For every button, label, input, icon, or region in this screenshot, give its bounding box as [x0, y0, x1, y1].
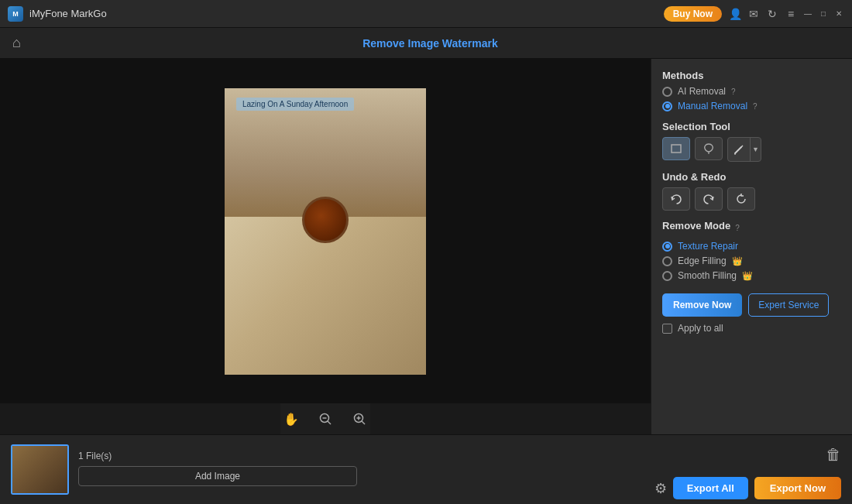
main-area: Lazing On A Sunday Afternoon ✋ — [0, 59, 852, 434]
manual-removal-option[interactable]: Manual Removal ? — [662, 101, 841, 111]
edge-filling-label: Edge Filling — [678, 255, 727, 266]
smooth-filling-crown-icon: 👑 — [742, 271, 753, 281]
file-count-label: 1 File(s) — [78, 451, 357, 461]
methods-section: Methods AI Removal ? Manual Removal ? — [662, 70, 841, 111]
canvas-wrapper[interactable]: Lazing On A Sunday Afternoon — [0, 59, 651, 403]
action-buttons-group: Remove Now Expert Service — [662, 293, 841, 317]
smooth-filling-radio[interactable] — [662, 271, 672, 281]
menu-icon[interactable]: ≡ — [784, 7, 798, 21]
user-icon[interactable]: 👤 — [728, 7, 742, 21]
action-buttons-section: Remove Now Expert Service Apply to all — [662, 290, 841, 334]
buy-now-button[interactable]: Buy Now — [664, 6, 722, 22]
lasso-select-button[interactable] — [695, 137, 723, 160]
edge-filling-crown-icon: 👑 — [732, 256, 743, 266]
lasso-select-icon — [703, 142, 715, 155]
brush-select-button[interactable]: ▼ — [727, 137, 761, 162]
expert-service-button[interactable]: Expert Service — [748, 293, 829, 317]
texture-repair-label: Texture Repair — [678, 241, 738, 252]
apply-to-all-row[interactable]: Apply to all — [662, 323, 841, 334]
undo-icon — [670, 193, 682, 205]
manual-removal-help-icon[interactable]: ? — [753, 102, 758, 111]
texture-repair-radio[interactable] — [662, 242, 672, 252]
header: ⌂ Remove Image Watermark — [0, 28, 852, 59]
add-image-button[interactable]: Add Image — [78, 466, 357, 486]
undo-redo-title: Undo & Redo — [662, 171, 841, 183]
hand-tool-button[interactable]: ✋ — [280, 408, 302, 430]
canvas-toolbar: ✋ — [280, 403, 370, 434]
refresh-button[interactable] — [727, 187, 755, 211]
brush-dropdown-arrow[interactable]: ▼ — [750, 138, 761, 161]
remove-mode-help-icon[interactable]: ? — [735, 224, 740, 232]
zoom-out-button[interactable] — [314, 408, 336, 430]
selection-tool-section: Selection Tool — [662, 121, 841, 162]
remove-mode-title: Remove Mode — [662, 220, 730, 231]
app-name: iMyFone MarkGo — [29, 8, 658, 19]
svg-line-6 — [362, 421, 365, 424]
rectangle-select-button[interactable] — [662, 137, 690, 160]
selection-tools-group: ▼ — [662, 137, 841, 162]
remove-now-button[interactable]: Remove Now — [662, 293, 742, 317]
thumbnail-image — [12, 446, 67, 493]
app-logo: M — [8, 6, 23, 22]
methods-title: Methods — [662, 70, 841, 81]
ai-removal-option[interactable]: AI Removal ? — [662, 86, 841, 97]
remove-mode-group: Texture Repair Edge Filling 👑 Smooth Fil… — [662, 241, 841, 281]
edge-filling-option[interactable]: Edge Filling 👑 — [662, 255, 841, 266]
redo-icon — [703, 193, 715, 205]
svg-rect-7 — [672, 145, 681, 153]
refresh-icon[interactable]: ↻ — [765, 7, 779, 21]
minimize-button[interactable]: — — [802, 9, 813, 19]
tea-cup — [302, 197, 349, 243]
remove-mode-section: Remove Mode ? Texture Repair Edge Fillin… — [662, 220, 841, 281]
bottom-bar: 1 File(s) Add Image ⚙ Export All Export … — [0, 434, 852, 504]
undo-redo-tools-group — [662, 187, 841, 211]
titlebar: M iMyFone MarkGo Buy Now 👤 ✉ ↻ ≡ — □ ✕ — [0, 0, 852, 28]
manual-removal-radio-dot — [665, 104, 670, 108]
image-container: Lazing On A Sunday Afternoon — [225, 88, 426, 375]
ai-removal-radio[interactable] — [662, 87, 672, 97]
ai-removal-help-icon[interactable]: ? — [731, 87, 736, 96]
bottom-right-actions: ⚙ Export All Export Now — [654, 477, 841, 504]
manual-removal-radio[interactable] — [662, 101, 672, 111]
left-black-area — [0, 59, 221, 403]
home-icon[interactable]: ⌂ — [12, 35, 21, 51]
close-button[interactable]: ✕ — [833, 9, 844, 19]
methods-radio-group: AI Removal ? Manual Removal ? — [662, 86, 841, 111]
manual-removal-label: Manual Removal — [678, 101, 747, 111]
photo-simulation: Lazing On A Sunday Afternoon — [225, 88, 426, 375]
undo-button[interactable] — [662, 187, 690, 211]
zoom-out-icon — [318, 412, 332, 426]
zoom-in-button[interactable] — [349, 408, 370, 430]
redo-button[interactable] — [695, 187, 723, 211]
apply-to-all-label: Apply to all — [678, 323, 723, 334]
rectangle-select-icon — [670, 142, 682, 155]
titlebar-icons: 👤 ✉ ↻ ≡ — □ ✕ — [728, 7, 844, 21]
bottom-meta: 1 File(s) Add Image — [78, 451, 357, 489]
page-title: Remove Image Watermark — [21, 37, 840, 50]
settings-button[interactable]: ⚙ — [654, 480, 667, 497]
apply-to-all-checkbox[interactable] — [662, 324, 672, 334]
texture-repair-option[interactable]: Texture Repair — [662, 241, 841, 252]
texture-repair-dot — [665, 244, 670, 249]
smooth-filling-option[interactable]: Smooth Filling 👑 — [662, 270, 841, 281]
export-all-button[interactable]: Export All — [673, 477, 748, 499]
export-now-button[interactable]: Export Now — [754, 477, 841, 499]
delete-file-button[interactable]: 🗑 — [826, 446, 841, 464]
file-thumbnail[interactable] — [11, 444, 69, 495]
edge-filling-radio[interactable] — [662, 256, 672, 266]
svg-line-2 — [328, 421, 331, 424]
refresh-icon — [735, 193, 747, 205]
undo-redo-section: Undo & Redo — [662, 171, 841, 211]
zoom-in-icon — [352, 412, 366, 426]
right-panel: Methods AI Removal ? Manual Removal ? Se… — [651, 59, 852, 434]
smooth-filling-label: Smooth Filling — [678, 270, 737, 281]
canvas-area: Lazing On A Sunday Afternoon ✋ — [0, 59, 651, 434]
watermark-label: Lazing On A Sunday Afternoon — [236, 98, 354, 111]
selection-tool-title: Selection Tool — [662, 121, 841, 132]
ai-removal-label: AI Removal — [678, 86, 726, 97]
mail-icon[interactable]: ✉ — [747, 7, 761, 21]
brush-svg — [733, 144, 744, 155]
brush-icon — [728, 138, 750, 161]
maximize-button[interactable]: □ — [818, 9, 829, 19]
